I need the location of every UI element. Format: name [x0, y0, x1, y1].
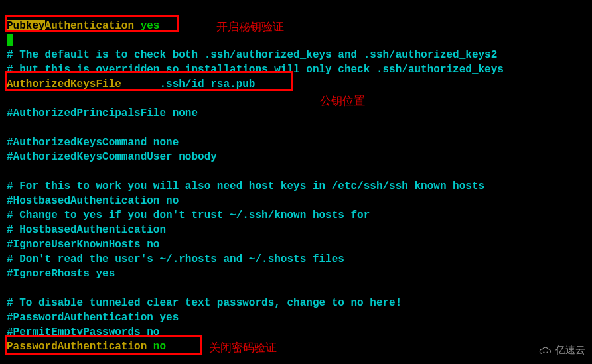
annotation-keyfile: 公钥位置 — [320, 94, 365, 109]
watermark: 亿速云 — [538, 343, 585, 357]
annotation-password: 关闭密码验证 — [209, 341, 277, 355]
config-line-authkeys: AuthorizedKeysFile .ssh/id_rsa.pub — [7, 77, 585, 91]
commented-directive: #AuthorizedKeysCommandUser nobody — [7, 150, 585, 164]
blank-line — [7, 164, 585, 179]
comment-line: # Don't read the user's ~/.rhosts and ~/… — [7, 252, 585, 267]
commented-directive: #IgnoreUserKnownHosts no — [7, 237, 585, 252]
svg-point-0 — [543, 352, 544, 353]
cursor-line — [7, 33, 585, 48]
comment-line: # The default is to check both .ssh/auth… — [7, 48, 585, 62]
blank-line — [7, 121, 585, 135]
comment-line: # HostbasedAuthentication — [7, 223, 585, 237]
comment-line: # For this to work you will also need ho… — [7, 179, 585, 194]
commented-directive: #IgnoreRhosts yes — [7, 267, 585, 281]
annotation-pubkey: 开启秘钥验证 — [216, 20, 284, 34]
blank-line — [7, 281, 585, 296]
comment-line: # To disable tunneled clear text passwor… — [7, 296, 585, 310]
comment-line: # but this is overridden so installation… — [7, 62, 585, 77]
commented-directive: #PasswordAuthentication yes — [7, 310, 585, 325]
cloud-icon — [538, 345, 553, 355]
blank-line — [7, 4, 585, 19]
commented-directive: #AuthorizedKeysCommand none — [7, 135, 585, 150]
svg-point-1 — [546, 352, 548, 353]
cursor-icon — [7, 34, 13, 46]
watermark-text: 亿速云 — [555, 343, 585, 357]
comment-line: # Change to yes if you don't trust ~/.ss… — [7, 208, 585, 223]
terminal-content[interactable]: PubkeyAuthentication yes # The default i… — [7, 4, 585, 354]
blank-line — [7, 91, 585, 106]
commented-directive: #HostbasedAuthentication no — [7, 194, 585, 208]
commented-directive: #AuthorizedPrincipalsFile none — [7, 106, 585, 121]
config-line-passwordauth: PasswordAuthentication no — [7, 339, 585, 354]
match-highlight: Pubkey — [7, 20, 45, 32]
commented-directive: #PermitEmptyPasswords no — [7, 325, 585, 339]
config-line-pubkey: PubkeyAuthentication yes — [7, 19, 585, 33]
